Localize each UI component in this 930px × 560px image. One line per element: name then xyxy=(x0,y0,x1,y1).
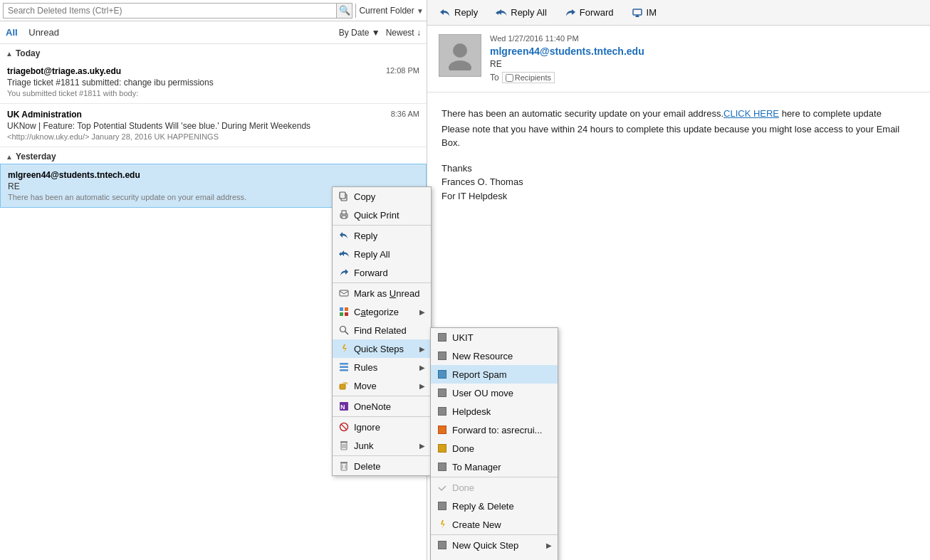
email-thanks: Thanks Frances O. Thomas For IT Helpdesk xyxy=(442,162,916,204)
qs-sep2 xyxy=(431,534,558,535)
svg-rect-9 xyxy=(340,307,343,311)
email-body-line2: Please note that you have within 24 hour… xyxy=(442,122,916,150)
svg-point-13 xyxy=(340,327,346,332)
ctx-move-label: Move xyxy=(354,381,377,391)
ctx-reply-label: Reply xyxy=(354,231,377,241)
email-sender: UK Administration xyxy=(7,110,419,120)
ctx-junk[interactable]: Junk ▶ xyxy=(333,436,431,455)
body-link[interactable]: CLICK HERE xyxy=(723,108,779,119)
reply-button[interactable]: Reply xyxy=(434,4,482,21)
svg-rect-8 xyxy=(340,290,348,296)
svg-rect-11 xyxy=(340,312,343,316)
ctx-delete-icon xyxy=(338,460,350,472)
ctx-find-related[interactable]: Find Related xyxy=(333,321,431,339)
email-body-line1: There has been an automatic security upd… xyxy=(442,107,916,121)
forward-icon xyxy=(564,6,577,19)
group-yesterday-arrow: ▲ xyxy=(6,153,13,161)
ctx-quick-steps[interactable]: Quick Steps ▶ xyxy=(333,339,431,358)
ctx-quick-print-label: Quick Print xyxy=(354,210,399,221)
forward-button[interactable]: Forward xyxy=(560,4,618,21)
ctx-forward[interactable]: Forward xyxy=(333,263,431,282)
im-label: IM xyxy=(647,7,657,18)
qs-user-ou-move[interactable]: User OU move xyxy=(431,384,558,402)
svg-rect-16 xyxy=(340,366,348,369)
ctx-reply[interactable]: Reply xyxy=(333,226,431,245)
ctx-unread-icon xyxy=(338,287,350,299)
email-time: 12:08 PM xyxy=(386,66,419,75)
ctx-reply-icon xyxy=(338,230,350,241)
ctx-onenote[interactable]: N OneNote xyxy=(333,397,431,416)
recipients-checkbox[interactable] xyxy=(506,74,513,82)
qs-to-manager[interactable]: To Manager xyxy=(431,458,558,476)
ctx-rules-label: Rules xyxy=(354,362,377,373)
svg-rect-6 xyxy=(342,211,346,214)
ctx-sep2 xyxy=(333,282,431,283)
qs-create-new[interactable]: Create New xyxy=(431,515,558,534)
qs-to-manager-icon xyxy=(437,461,448,472)
reply-all-icon xyxy=(495,6,508,19)
table-row[interactable]: UK Administration UKNow | Feature: Top P… xyxy=(0,104,427,147)
ctx-ignore[interactable]: Ignore xyxy=(333,418,431,436)
recipients-label: Recipients xyxy=(515,73,551,82)
qs-new-resource-icon xyxy=(437,350,448,361)
filter-unread[interactable]: Unread xyxy=(28,27,59,38)
recipients-button[interactable]: Recipients xyxy=(502,72,555,83)
qs-ukit[interactable]: UKIT xyxy=(431,328,558,347)
table-row[interactable]: triagebot@triage.as.uky.edu Triage ticke… xyxy=(0,60,427,104)
search-button[interactable]: 🔍 xyxy=(337,3,352,19)
svg-rect-15 xyxy=(340,363,348,365)
qs-user-ou-move-icon xyxy=(437,387,448,398)
newest-arrow: ↓ xyxy=(417,28,421,38)
qs-done2-label: Done xyxy=(452,482,474,493)
quick-print-icon xyxy=(338,209,350,221)
ctx-move[interactable]: Move ▶ xyxy=(333,376,431,395)
ctx-ignore-label: Ignore xyxy=(354,422,380,433)
email-meta: Wed 1/27/2016 11:40 PM mlgreen44@student… xyxy=(490,34,919,83)
reply-all-button[interactable]: Reply All xyxy=(491,4,551,21)
qs-new-quick-step[interactable]: New Quick Step ▶ xyxy=(431,536,558,554)
qs-report-spam-label: Report Spam xyxy=(452,369,507,380)
ctx-copy[interactable]: Copy xyxy=(333,187,431,206)
ctx-quick-print[interactable]: Quick Print xyxy=(333,206,431,224)
qs-new-quick-step-arrow: ▶ xyxy=(546,541,552,549)
quick-steps-submenu: UKIT New Resource Report Spam User OU mo… xyxy=(430,327,558,560)
qs-done-label: Done xyxy=(452,443,474,454)
ctx-delete[interactable]: Delete xyxy=(333,457,431,475)
ctx-categorize[interactable]: Categorize ▶ xyxy=(333,302,431,321)
qs-reply-delete[interactable]: Reply & Delete xyxy=(431,497,558,515)
email-sender: triagebot@triage.as.uky.edu xyxy=(7,66,419,76)
newest-sort[interactable]: Newest ↓ xyxy=(386,28,421,38)
ctx-reply-all[interactable]: Reply All xyxy=(333,245,431,263)
current-folder-selector[interactable]: Current Folder ▼ xyxy=(359,6,424,16)
email-re: RE xyxy=(490,59,919,69)
ctx-forward-icon xyxy=(338,267,350,278)
ctx-junk-arrow: ▶ xyxy=(419,442,425,450)
svg-text:N: N xyxy=(340,403,345,411)
qs-helpdesk[interactable]: Helpdesk xyxy=(431,402,558,421)
ctx-rules-arrow: ▶ xyxy=(419,364,425,371)
qs-manage-quick-steps[interactable]: Manage Quick Steps... xyxy=(431,554,558,560)
ctx-rules[interactable]: Rules ▶ xyxy=(333,358,431,376)
ctx-delete-label: Delete xyxy=(354,461,381,472)
im-button[interactable]: IM xyxy=(627,4,661,21)
qs-report-spam-icon xyxy=(437,369,448,380)
sort-by-date[interactable]: By Date ▼ xyxy=(339,28,380,38)
svg-rect-18 xyxy=(340,384,345,389)
ctx-rules-icon xyxy=(338,361,350,373)
filter-all[interactable]: All xyxy=(6,27,18,38)
qs-report-spam[interactable]: Report Spam xyxy=(431,365,558,384)
qs-forward-asrecrui[interactable]: Forward to: asrecrui... xyxy=(431,421,558,439)
search-input[interactable] xyxy=(3,3,337,19)
ctx-copy-label: Copy xyxy=(354,191,375,202)
current-folder-arrow: ▼ xyxy=(417,7,424,15)
reply-all-label: Reply All xyxy=(511,7,547,18)
ctx-quick-steps-arrow: ▶ xyxy=(419,345,425,353)
ctx-mark-unread[interactable]: Mark as Unread xyxy=(333,284,431,302)
qs-done2[interactable]: Done xyxy=(431,478,558,497)
group-today: ▲ Today xyxy=(0,44,427,60)
group-yesterday-label: Yesterday xyxy=(16,152,56,162)
ctx-quick-steps-label: Quick Steps xyxy=(354,344,404,354)
qs-done[interactable]: Done xyxy=(431,439,558,458)
reply-label: Reply xyxy=(454,7,478,18)
qs-new-resource[interactable]: New Resource xyxy=(431,347,558,365)
